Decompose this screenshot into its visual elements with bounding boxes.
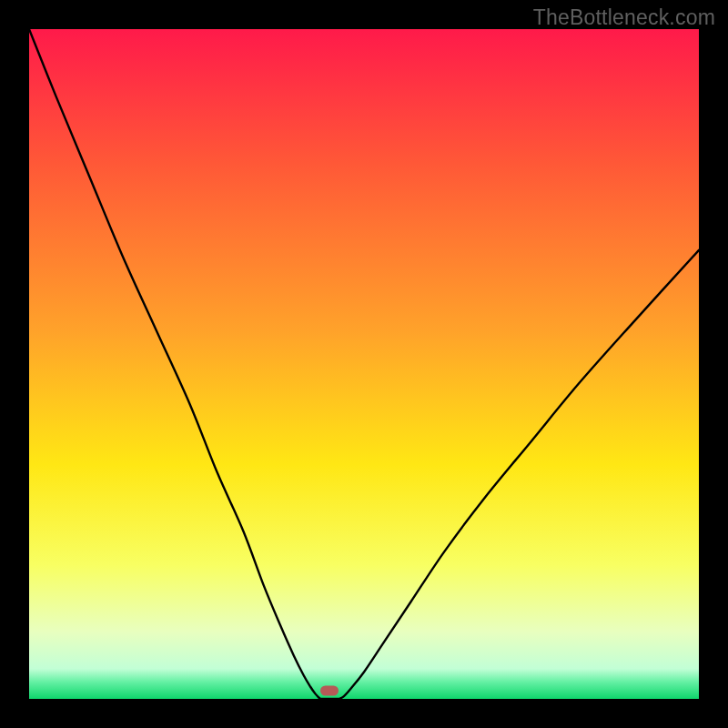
bottleneck-curve <box>29 29 699 699</box>
optimum-marker <box>320 686 339 696</box>
chart-frame: TheBottleneck.com <box>0 0 728 728</box>
watermark-text: TheBottleneck.com <box>533 5 715 30</box>
plot-area <box>29 29 699 699</box>
